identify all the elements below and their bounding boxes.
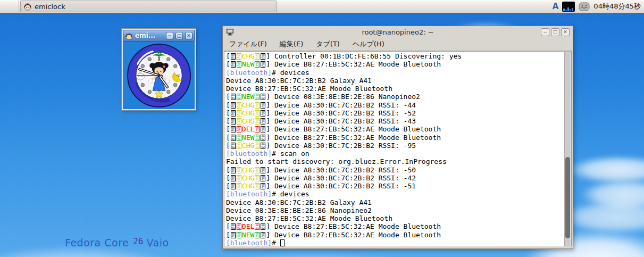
emiclock-face-icon — [125, 32, 133, 40]
mask-icon[interactable] — [579, 2, 590, 11]
anime-analog-clock — [126, 42, 193, 109]
minimize-button[interactable]: − — [541, 28, 549, 36]
line-text: ] Device B8:27:EB:5C:32:AE Moode Bluetoo… — [266, 231, 441, 239]
terminal-scrollbar[interactable] — [564, 52, 571, 246]
terminal-line: [00010002NEW00010002] Device B8:27:EB:5C… — [226, 134, 563, 142]
line-text: ] Device B8:27:EB:5C:32:AE Moode Bluetoo… — [266, 125, 441, 133]
scrollbar-thumb[interactable] — [565, 157, 570, 238]
maximize-button[interactable]: □ — [551, 28, 559, 36]
tag-label: CHG — [242, 52, 254, 60]
system-monitor-icon[interactable] — [562, 2, 575, 12]
close-button[interactable]: ✕ — [185, 32, 193, 39]
ctrl-glyph-box: 0002 — [237, 183, 241, 189]
maximize-button[interactable]: □ — [175, 32, 183, 39]
ctrl-glyph-box: 0001 — [255, 94, 260, 100]
tag-label: CHG — [242, 142, 254, 150]
ctrl-glyph-box: 0001 — [231, 175, 236, 181]
ctrl-glyph-box: 0002 — [261, 94, 265, 100]
terminal-line: [00010002CHG00010002] Controller 00:1B:D… — [226, 52, 563, 60]
terminal-line: Failed to start discovery: org.bluez.Err… — [226, 157, 563, 165]
menu-edit[interactable]: 編集(E) — [280, 39, 303, 49]
terminal-line: [bluetooth]# devices — [226, 190, 563, 198]
tag-label: CHG — [242, 174, 254, 182]
ctrl-glyph-box: 0002 — [237, 110, 241, 117]
menu-tabs[interactable]: タブ(T) — [316, 39, 340, 49]
line-text: Device B8:27:EB:5C:32:AE Moode Bluetooth — [226, 214, 392, 222]
line-text: Device A8:30:BC:7C:2B:B2 Galaxy A41 — [226, 77, 372, 85]
emiclock-titlebar[interactable]: emi... − □ ✕ — [123, 30, 195, 42]
bracket: [ — [226, 231, 230, 239]
ctrl-glyph-box: 0001 — [255, 118, 260, 125]
line-text: ] Device A8:30:BC:7C:2B:B2 RSSI: -42 — [266, 174, 416, 182]
minimize-button[interactable]: − — [166, 32, 173, 39]
ctrl-glyph-box: 0002 — [237, 175, 241, 181]
wallpaper-branding-text: Fedora Core26Vaio — [65, 236, 169, 248]
emiclock-canvas — [123, 42, 195, 109]
ctrl-glyph-box: 0002 — [261, 110, 265, 117]
panel-clock[interactable]: 04時48分45秒 — [593, 2, 641, 11]
line-text: ] Device A8:30:BC:7C:2B:B2 RSSI: -44 — [266, 101, 416, 109]
terminal-line: [bluetooth]# devices — [226, 69, 563, 77]
prompt-label: [bluetooth] — [226, 239, 272, 246]
menu-help[interactable]: ヘルプ(H) — [353, 39, 384, 49]
ctrl-glyph-box: 0001 — [231, 183, 236, 189]
tag-label: NEW — [242, 134, 254, 142]
menu-file[interactable]: ファイル(F) — [229, 39, 267, 49]
line-text: ] Device B8:27:EB:5C:32:AE Moode Bluetoo… — [266, 60, 441, 68]
bracket: [ — [226, 174, 230, 182]
terminal-line: Device B8:27:EB:5C:32:AE Moode Bluetooth — [226, 85, 563, 93]
terminal-line: [00010002DEL00010002] Device B8:27:EB:5C… — [226, 222, 563, 230]
terminal-screen[interactable]: [00010002CHG00010002] Controller 00:1B:D… — [224, 51, 572, 246]
bracket: [ — [226, 52, 230, 60]
ctrl-glyph-box: 0001 — [255, 61, 260, 68]
terminal-line: [00010002CHG00010002] Device A8:30:BC:7C… — [226, 166, 563, 174]
terminal-titlebar[interactable]: root@nanopineo2: ~ − □ ✕ — [224, 26, 572, 38]
top-panel: emiclock A 04時48分45秒 — [0, 0, 644, 13]
cloud — [561, 201, 644, 234]
close-button[interactable]: ✕ — [561, 28, 570, 36]
terminal-line: Device A8:30:BC:7C:2B:B2 Galaxy A41 — [226, 198, 563, 206]
terminal-line: [00010002CHG00010002] Device A8:30:BC:7C… — [226, 109, 563, 117]
ctrl-glyph-box: 0001 — [231, 110, 236, 117]
line-text: ] Device A8:30:BC:7C:2B:B2 RSSI: -95 — [266, 142, 416, 150]
ctrl-glyph-box: 0002 — [237, 61, 241, 68]
terminal-cursor — [280, 239, 285, 246]
bracket: [ — [226, 125, 230, 133]
ctrl-glyph-box: 0002 — [237, 167, 241, 173]
tag-label: CHG — [242, 166, 254, 174]
prompt-command: # — [272, 239, 280, 246]
ctrl-glyph-box: 0001 — [231, 53, 236, 60]
ctrl-glyph-box: 0002 — [261, 102, 265, 109]
bracket: [ — [226, 60, 230, 68]
prompt-label: [bluetooth] — [226, 190, 272, 198]
ctrl-glyph-box: 0002 — [261, 223, 265, 230]
line-text: ] Device B8:27:EB:5C:32:AE Moode Bluetoo… — [266, 222, 441, 230]
emiclock-face-icon — [23, 2, 32, 11]
ctrl-glyph-box: 0002 — [237, 223, 241, 230]
tag-label: DEL — [242, 222, 254, 230]
cloud — [197, 254, 431, 257]
taskbar-button-emiclock[interactable]: emiclock — [20, 1, 277, 12]
clock-center-pin — [158, 74, 160, 77]
terminal-window: root@nanopineo2: ~ − □ ✕ ファイル(F) 編集(E) タ… — [222, 26, 573, 249]
prompt-label: [bluetooth] — [226, 150, 272, 157]
ctrl-glyph-box: 0001 — [255, 167, 260, 173]
wallpaper-text-version: 26 — [133, 236, 143, 246]
panel-empty-area — [277, 0, 550, 13]
ctrl-glyph-box: 0002 — [261, 61, 265, 68]
line-text: ] Device A8:30:BC:7C:2B:B2 RSSI: -52 — [266, 109, 416, 117]
ctrl-glyph-box: 0002 — [237, 118, 241, 125]
input-method-indicator[interactable]: A — [553, 2, 559, 11]
bracket: [ — [226, 117, 230, 125]
ctrl-glyph-box: 0002 — [261, 183, 265, 189]
terminal-line: Device B8:27:EB:5C:32:AE Moode Bluetooth — [226, 214, 563, 222]
terminal-line: Device 08:3E:8E:BE:2E:86 Nanopineo2 — [226, 206, 563, 214]
ctrl-glyph-box: 0001 — [231, 118, 236, 125]
tag-label: CHG — [242, 101, 254, 109]
line-text: ] Device A8:30:BC:7C:2B:B2 RSSI: -50 — [266, 166, 416, 174]
ctrl-glyph-box: 0001 — [231, 167, 236, 173]
bracket: [ — [226, 134, 230, 142]
terminal-line: Device A8:30:BC:7C:2B:B2 Galaxy A41 — [226, 77, 563, 85]
terminal-line: [00010002CHG00010002] Device A8:30:BC:7C… — [226, 101, 563, 109]
ctrl-glyph-box: 0002 — [261, 118, 265, 125]
